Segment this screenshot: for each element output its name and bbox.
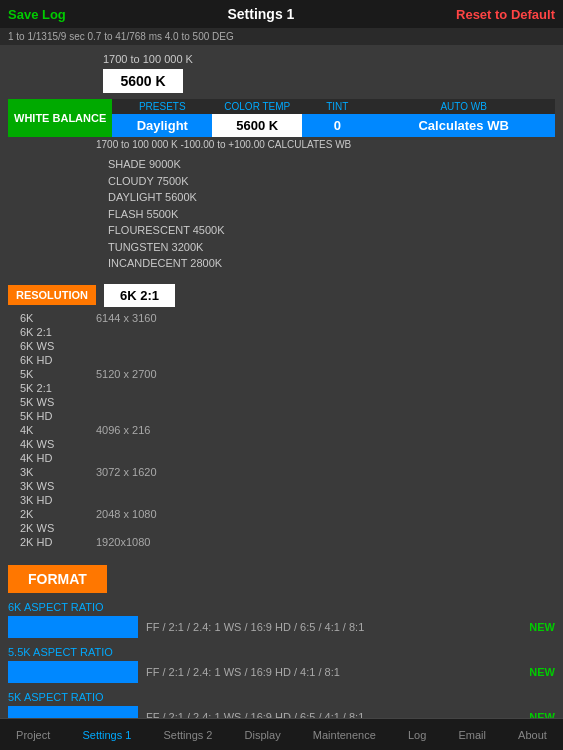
resolution-item-name: 5K (16, 368, 96, 380)
aspect-ratio-values: FF / 2:1 / 2.4: 1 WS / 16:9 HD / 4:1 / 8… (146, 666, 525, 678)
aspect-ratio-title: 5K ASPECT RATIO (8, 691, 555, 703)
wb-range-label: 1700 to 100 000 K (8, 53, 555, 65)
resolution-item-dims: 1920x1080 (96, 536, 150, 548)
resolution-list-item[interactable]: 4K HD (16, 451, 555, 465)
resolution-list-item[interactable]: 2K2048 x 1080 (16, 507, 555, 521)
aspect-ratio-new-badge: NEW (529, 666, 555, 678)
resolution-item-name: 2K (16, 508, 96, 520)
wb-row: WHITE BALANCE PRESETS COLOR TEMP TINT AU… (8, 99, 555, 137)
resolution-item-name: 3K HD (16, 494, 96, 506)
wb-header-autowb: AUTO WB (372, 99, 555, 114)
wb-controls: PRESETS COLOR TEMP TINT AUTO WB Daylight… (112, 99, 555, 137)
resolution-list-item[interactable]: 5K5120 x 2700 (16, 367, 555, 381)
resolution-item-name: 3K WS (16, 480, 96, 492)
wb-section-label: WHITE BALANCE (8, 99, 112, 137)
nav-item-settings-1[interactable]: Settings 1 (76, 725, 137, 745)
resolution-list-item[interactable]: 2K HD1920x1080 (16, 535, 555, 549)
wb-values-row: Daylight 5600 K 0 Calculates WB (112, 114, 555, 137)
wb-preset-value[interactable]: Daylight (112, 114, 212, 137)
resolution-item-dims: 4096 x 216 (96, 424, 150, 436)
resolution-list-item[interactable]: 2K WS (16, 521, 555, 535)
nav-item-email[interactable]: Email (452, 725, 492, 745)
wb-tint-value[interactable]: 0 (302, 114, 372, 137)
preset-item[interactable]: CLOUDY 7500K (108, 173, 555, 190)
resolution-item-dims: 3072 x 1620 (96, 466, 157, 478)
resolution-item-name: 4K HD (16, 452, 96, 464)
info-text: 1 to 1/1315/9 sec 0.7 to 41/768 ms 4.0 t… (8, 31, 234, 42)
aspect-ratio-title: 5.5K ASPECT RATIO (8, 646, 555, 658)
page-title: Settings 1 (227, 6, 294, 22)
resolution-list-item[interactable]: 3K HD (16, 493, 555, 507)
wb-headers: PRESETS COLOR TEMP TINT AUTO WB (112, 99, 555, 114)
resolution-item-name: 4K WS (16, 438, 96, 450)
resolution-item-dims: 5120 x 2700 (96, 368, 157, 380)
resolution-item-name: 4K (16, 424, 96, 436)
preset-item[interactable]: TUNGSTEN 3200K (108, 239, 555, 256)
resolution-item-name: 6K WS (16, 340, 96, 352)
wb-autowb-value[interactable]: Calculates WB (372, 114, 555, 137)
aspect-ratio-values: FF / 2:1 / 2.4: 1 WS / 16:9 HD / 6:5 / 4… (146, 621, 525, 633)
resolution-list-item[interactable]: 6K WS (16, 339, 555, 353)
presets-list: SHADE 9000KCLOUDY 7500KDAYLIGHT 5600KFLA… (8, 152, 555, 276)
resolution-item-name: 2K HD (16, 536, 96, 548)
nav-item-maintenence[interactable]: Maintenence (307, 725, 382, 745)
resolution-list-item[interactable]: 3K WS (16, 479, 555, 493)
aspect-ratio-bar[interactable] (8, 661, 138, 683)
aspect-ratio-bar[interactable] (8, 616, 138, 638)
wb-colortemp-value[interactable]: 5600 K (212, 114, 302, 137)
resolution-list-item[interactable]: 4K WS (16, 437, 555, 451)
aspect-ratio-section: 5.5K ASPECT RATIOFF / 2:1 / 2.4: 1 WS / … (8, 646, 555, 683)
resolution-item-name: 6K HD (16, 354, 96, 366)
preset-item[interactable]: INCANDECENT 2800K (108, 255, 555, 272)
wb-current-value[interactable]: 5600 K (103, 69, 183, 93)
resolution-list: 6K6144 x 31606K 2:16K WS6K HD5K5120 x 27… (8, 311, 555, 549)
resolution-list-item[interactable]: 4K4096 x 216 (16, 423, 555, 437)
top-bar: Save Log Settings 1 Reset to Default (0, 0, 563, 28)
aspect-ratio-row: FF / 2:1 / 2.4: 1 WS / 16:9 HD / 6:5 / 4… (8, 616, 555, 638)
resolution-item-name: 6K 2:1 (16, 326, 96, 338)
wb-header-tint: TINT (302, 99, 372, 114)
resolution-list-item[interactable]: 5K 2:1 (16, 381, 555, 395)
wb-range-info: 1700 to 100 000 K -100.00 to +100.00 CAL… (96, 137, 555, 152)
preset-item[interactable]: DAYLIGHT 5600K (108, 189, 555, 206)
resolution-item-name: 3K (16, 466, 96, 478)
preset-item[interactable]: FLOURESCENT 4500K (108, 222, 555, 239)
resolution-label: RESOLUTION (8, 285, 96, 305)
resolution-list-item[interactable]: 5K HD (16, 409, 555, 423)
resolution-current-value[interactable]: 6K 2:1 (104, 284, 175, 307)
aspect-ratio-new-badge: NEW (529, 621, 555, 633)
nav-item-settings-2[interactable]: Settings 2 (158, 725, 219, 745)
save-log-button[interactable]: Save Log (8, 7, 66, 22)
preset-item[interactable]: SHADE 9000K (108, 156, 555, 173)
resolution-item-name: 5K WS (16, 396, 96, 408)
resolution-item-dims: 2048 x 1080 (96, 508, 157, 520)
resolution-list-item[interactable]: 6K6144 x 3160 (16, 311, 555, 325)
resolution-list-item[interactable]: 6K HD (16, 353, 555, 367)
bottom-nav: ProjectSettings 1Settings 2DisplayMainte… (0, 718, 563, 750)
wb-header-colortemp: COLOR TEMP (212, 99, 302, 114)
white-balance-section: 1700 to 100 000 K 5600 K WHITE BALANCE P… (0, 45, 563, 276)
aspect-ratio-title: 6K ASPECT RATIO (8, 601, 555, 613)
aspect-ratio-section: 6K ASPECT RATIOFF / 2:1 / 2.4: 1 WS / 16… (8, 601, 555, 638)
format-button[interactable]: FORMAT (8, 565, 107, 593)
wb-header-presets: PRESETS (112, 99, 212, 114)
nav-item-display[interactable]: Display (239, 725, 287, 745)
resolution-item-name: 6K (16, 312, 96, 324)
resolution-item-dims: 6144 x 3160 (96, 312, 157, 324)
resolution-list-item[interactable]: 3K3072 x 1620 (16, 465, 555, 479)
resolution-list-item[interactable]: 6K 2:1 (16, 325, 555, 339)
nav-item-project[interactable]: Project (10, 725, 56, 745)
preset-item[interactable]: FLASH 5500K (108, 206, 555, 223)
main-content: 1 to 1/1315/9 sec 0.7 to 41/768 ms 4.0 t… (0, 28, 563, 746)
resolution-item-name: 5K 2:1 (16, 382, 96, 394)
reset-default-button[interactable]: Reset to Default (456, 7, 555, 22)
resolution-section: RESOLUTION 6K 2:1 6K6144 x 31606K 2:16K … (0, 276, 563, 557)
info-row: 1 to 1/1315/9 sec 0.7 to 41/768 ms 4.0 t… (0, 28, 563, 45)
resolution-row: RESOLUTION 6K 2:1 (8, 284, 555, 307)
aspect-ratio-row: FF / 2:1 / 2.4: 1 WS / 16:9 HD / 4:1 / 8… (8, 661, 555, 683)
nav-item-about[interactable]: About (512, 725, 553, 745)
resolution-list-item[interactable]: 5K WS (16, 395, 555, 409)
resolution-item-name: 2K WS (16, 522, 96, 534)
nav-item-log[interactable]: Log (402, 725, 432, 745)
resolution-item-name: 5K HD (16, 410, 96, 422)
